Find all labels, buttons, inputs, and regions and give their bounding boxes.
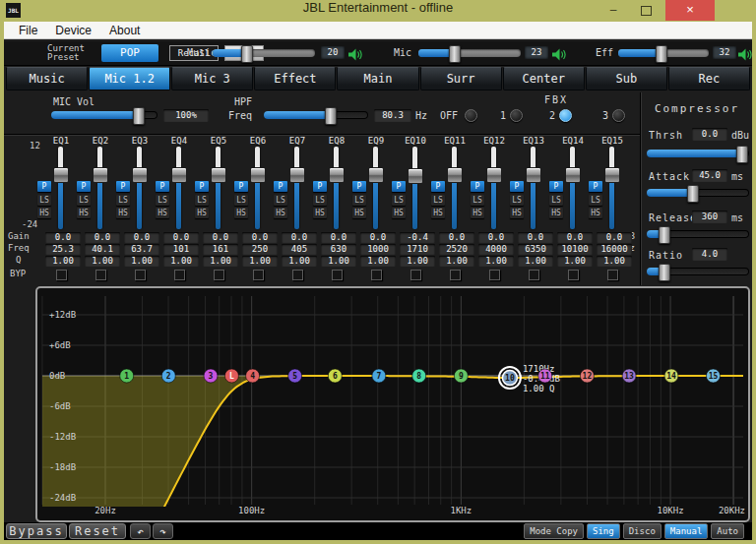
eq3-gain-thumb[interactable] <box>132 167 148 183</box>
eq14-gain-slider[interactable] <box>570 147 575 229</box>
eq4-filter-ls[interactable]: LS <box>156 195 169 206</box>
menu-item-about[interactable]: About <box>100 24 149 37</box>
minimize-button[interactable]: – <box>598 0 628 21</box>
eq14-filter-ls[interactable]: LS <box>549 195 563 206</box>
eq6-filter-hs[interactable]: HS <box>234 208 248 218</box>
eq9-filter-ls[interactable]: LS <box>352 195 366 206</box>
eff-slider[interactable] <box>618 49 709 57</box>
thrsh-thumb[interactable] <box>736 146 748 163</box>
eq4-gain-thumb[interactable] <box>171 167 187 183</box>
eq14-filter-p[interactable]: P <box>549 181 563 192</box>
eq7-filter-hs[interactable]: HS <box>274 208 287 218</box>
maximize-button[interactable] <box>631 0 661 21</box>
eq12-bypass-checkbox[interactable] <box>489 270 500 280</box>
eq13-bypass-checkbox[interactable] <box>529 270 539 280</box>
eq2-bypass-checkbox[interactable] <box>95 270 106 280</box>
tab-surr[interactable]: Surr <box>420 67 502 91</box>
eq6-filter-p[interactable]: P <box>234 181 248 192</box>
eq10-filter-ls[interactable]: LS <box>392 195 406 206</box>
eq8-bypass-checkbox[interactable] <box>332 270 343 280</box>
eq2-filter-hs[interactable]: HS <box>77 208 91 218</box>
eq-point-2[interactable]: 2 <box>161 369 175 383</box>
eq6-filter-ls[interactable]: LS <box>234 195 248 206</box>
eq15-bypass-checkbox[interactable] <box>607 270 618 280</box>
eq-point-9[interactable]: 9 <box>454 369 468 383</box>
eq1-bypass-checkbox[interactable] <box>56 270 67 280</box>
mic-speaker-icon[interactable] <box>552 46 567 65</box>
reset-button[interactable]: Reset <box>69 523 126 539</box>
tab-effect[interactable]: Effect <box>254 67 336 91</box>
attack-slider[interactable] <box>647 189 749 197</box>
eq5-filter-p[interactable]: P <box>195 181 209 192</box>
eq13-filter-p[interactable]: P <box>510 181 524 192</box>
eq-point-6[interactable]: 6 <box>328 369 342 383</box>
eq8-gain-thumb[interactable] <box>329 167 345 183</box>
eq11-bypass-checkbox[interactable] <box>450 270 461 280</box>
eq6-gain-thumb[interactable] <box>250 167 266 183</box>
eq-point-13[interactable]: 13 <box>622 369 636 383</box>
fbx-radio-1[interactable] <box>510 109 523 122</box>
preset-name-button[interactable]: POP <box>101 44 158 62</box>
eq-point-15[interactable]: 15 <box>706 369 720 383</box>
eq1-filter-ls[interactable]: LS <box>37 195 51 206</box>
eq-point-14[interactable]: 14 <box>664 369 678 383</box>
eq11-filter-hs[interactable]: HS <box>431 208 445 218</box>
eq1-gain-slider[interactable] <box>58 147 63 229</box>
eq5-gain-slider[interactable] <box>216 147 220 229</box>
eq7-gain-slider[interactable] <box>294 147 299 229</box>
eq3-filter-p[interactable]: P <box>116 181 130 192</box>
eq9-gain-slider[interactable] <box>373 147 378 229</box>
eq14-filter-hs[interactable]: HS <box>549 208 563 218</box>
mic-vol-thumb[interactable] <box>133 107 145 125</box>
eq-point-L[interactable]: L <box>224 369 238 383</box>
eq3-gain-slider[interactable] <box>137 147 142 229</box>
eq4-filter-hs[interactable]: HS <box>156 208 169 218</box>
tab-main[interactable]: Main <box>337 67 418 91</box>
eq13-gain-thumb[interactable] <box>526 167 541 183</box>
eq2-filter-p[interactable]: P <box>77 181 91 192</box>
mic-thumb[interactable] <box>449 45 461 63</box>
mode-disco[interactable]: Disco <box>623 523 662 539</box>
hpf-freq-slider[interactable] <box>264 111 368 119</box>
eq6-bypass-checkbox[interactable] <box>253 270 264 280</box>
music-thumb[interactable] <box>241 45 253 63</box>
eq1-filter-hs[interactable]: HS <box>37 208 51 218</box>
menu-item-device[interactable]: Device <box>46 24 100 37</box>
eq12-filter-hs[interactable]: HS <box>471 208 484 218</box>
release-thumb[interactable] <box>659 226 670 244</box>
redo-button[interactable]: ↷ <box>153 523 173 539</box>
eq4-filter-p[interactable]: P <box>156 181 169 192</box>
eq-point-12[interactable]: 12 <box>580 369 594 383</box>
eq10-bypass-checkbox[interactable] <box>410 270 421 280</box>
eq3-bypass-checkbox[interactable] <box>135 270 146 280</box>
tab-sub[interactable]: Sub <box>586 67 667 91</box>
mode-sing[interactable]: Sing <box>587 523 620 539</box>
eq12-filter-p[interactable]: P <box>471 181 484 192</box>
fbx-radio-2[interactable] <box>559 109 572 122</box>
eq11-filter-ls[interactable]: LS <box>431 195 445 206</box>
ratio-thumb[interactable] <box>659 264 670 281</box>
eq7-filter-p[interactable]: P <box>274 181 287 192</box>
eq13-filter-ls[interactable]: LS <box>510 195 524 206</box>
hpf-freq-thumb[interactable] <box>325 107 337 125</box>
eq7-filter-ls[interactable]: LS <box>274 195 287 206</box>
eq12-filter-ls[interactable]: LS <box>471 195 484 206</box>
eq1-filter-p[interactable]: P <box>37 181 51 192</box>
eq2-gain-slider[interactable] <box>97 147 102 229</box>
release-slider[interactable] <box>647 230 749 238</box>
eq13-filter-hs[interactable]: HS <box>510 208 524 218</box>
eq9-bypass-checkbox[interactable] <box>371 270 382 280</box>
eq2-gain-thumb[interactable] <box>93 167 108 183</box>
eq10-filter-p[interactable]: P <box>392 181 406 192</box>
eq4-gain-slider[interactable] <box>176 147 181 229</box>
eq1-gain-thumb[interactable] <box>53 167 69 183</box>
eq10-gain-thumb[interactable] <box>408 168 423 184</box>
eq-point-11[interactable]: 11 <box>538 369 552 383</box>
eq5-filter-ls[interactable]: LS <box>195 195 209 206</box>
eq-point-4[interactable]: 4 <box>246 369 260 383</box>
mic-slider[interactable] <box>418 49 521 57</box>
eq5-gain-thumb[interactable] <box>211 167 226 183</box>
eq10-gain-slider[interactable] <box>412 147 417 229</box>
undo-button[interactable]: ↶ <box>130 523 151 539</box>
eq8-filter-hs[interactable]: HS <box>313 208 327 218</box>
